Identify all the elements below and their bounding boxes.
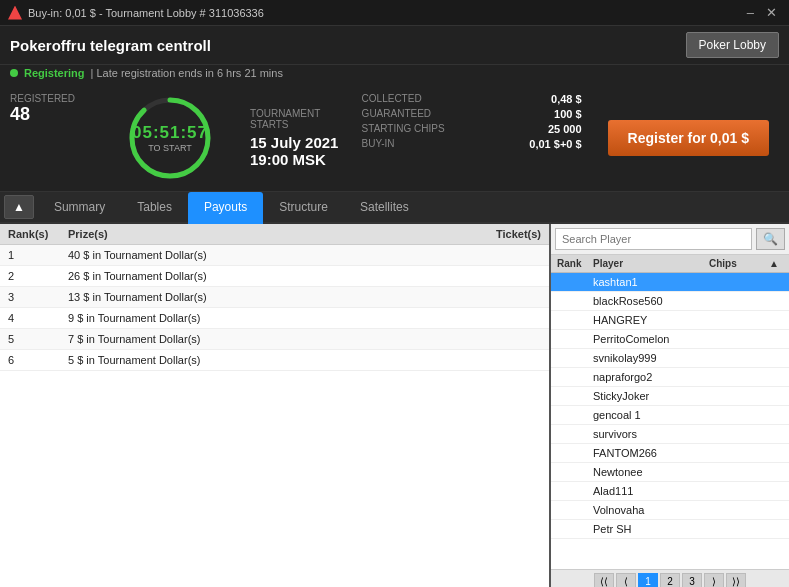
rank-cell: 4 — [8, 312, 68, 324]
tournament-date: 15 July 2021 19:00 MSK — [250, 134, 342, 168]
minimize-button[interactable]: – — [743, 5, 758, 20]
player-name: napraforgo2 — [593, 371, 723, 383]
rank-header: Rank(s) — [8, 228, 68, 240]
starting-chips-label: STARTING CHIPS — [362, 123, 445, 135]
rank-col-header: Rank — [557, 258, 593, 269]
tournament-start: TOURNAMENT STARTS 15 July 2021 19:00 MSK — [250, 108, 342, 168]
rank-cell: 6 — [8, 354, 68, 366]
player-name: svnikolay999 — [593, 352, 723, 364]
player-name: survivors — [593, 428, 723, 440]
ticket-cell — [461, 312, 541, 324]
list-item[interactable]: kashtan1 — [551, 273, 789, 292]
last-page-button[interactable]: ⟩⟩ — [726, 573, 746, 587]
list-item[interactable]: survivors — [551, 425, 789, 444]
player-name: Alad111 — [593, 485, 723, 497]
search-bar: 🔍 — [551, 224, 789, 255]
status-text: | Late registration ends in 6 hrs 21 min… — [91, 67, 283, 79]
table-row: 5 7 $ in Tournament Dollar(s) — [0, 329, 549, 350]
list-item[interactable]: Petr SH — [551, 520, 789, 539]
page-1-button[interactable]: 1 — [638, 573, 658, 587]
tab-payouts[interactable]: Payouts — [188, 192, 263, 224]
registered-info: REGISTERED 48 — [10, 93, 90, 183]
sort-arrow: ▲ — [769, 258, 783, 269]
player-panel: 🔍 Rank Player Chips ▲ kashtan1 blackRose… — [549, 224, 789, 587]
status-dot — [10, 69, 18, 77]
close-button[interactable]: ✕ — [762, 5, 781, 20]
list-item[interactable]: FANTOM266 — [551, 444, 789, 463]
tab-satellites[interactable]: Satellites — [344, 192, 425, 224]
ticket-cell — [461, 291, 541, 303]
prize-cell: 40 $ in Tournament Dollar(s) — [68, 249, 461, 261]
player-col-header: Player — [593, 258, 709, 269]
rank-cell: 5 — [8, 333, 68, 345]
list-item[interactable]: PerritoComelon — [551, 330, 789, 349]
player-name: StickyJoker — [593, 390, 723, 402]
info-middle: TOURNAMENT STARTS 15 July 2021 19:00 MSK — [250, 93, 342, 183]
table-row: 2 26 $ in Tournament Dollar(s) — [0, 266, 549, 287]
tab-summary[interactable]: Summary — [38, 192, 121, 224]
tab-tables[interactable]: Tables — [121, 192, 188, 224]
player-name: PerritoComelon — [593, 333, 723, 345]
info-section: REGISTERED 48 05:51:57 TO START TOURNAME… — [0, 85, 789, 192]
player-name: Petr SH — [593, 523, 723, 535]
ticket-cell — [461, 354, 541, 366]
list-item[interactable]: StickyJoker — [551, 387, 789, 406]
app-name: Pokeroffru telegram centroll — [10, 37, 211, 54]
registered-label: REGISTERED — [10, 93, 90, 104]
chips-col-header: Chips — [709, 258, 769, 269]
prev-page-button[interactable]: ⟨ — [616, 573, 636, 587]
ticket-cell — [461, 249, 541, 261]
search-button[interactable]: 🔍 — [756, 228, 785, 250]
list-item[interactable]: blackRose560 — [551, 292, 789, 311]
guaranteed-label: GUARANTEED — [362, 108, 431, 120]
tabs-bar: ▲ Summary Tables Payouts Structure Satel… — [0, 192, 789, 224]
timer-area: 05:51:57 TO START — [110, 93, 230, 183]
player-name: FANTOM266 — [593, 447, 723, 459]
list-item[interactable]: napraforgo2 — [551, 368, 789, 387]
search-input[interactable] — [555, 228, 752, 250]
prize-cell: 7 $ in Tournament Dollar(s) — [68, 333, 461, 345]
first-page-button[interactable]: ⟨⟨ — [594, 573, 614, 587]
tab-structure[interactable]: Structure — [263, 192, 344, 224]
list-item[interactable]: Alad111 — [551, 482, 789, 501]
player-name: Newtonee — [593, 466, 723, 478]
rank-cell: 1 — [8, 249, 68, 261]
table-row: 3 13 $ in Tournament Dollar(s) — [0, 287, 549, 308]
guaranteed-value: 100 $ — [554, 108, 582, 120]
player-name: HANGREY — [593, 314, 723, 326]
timer-digits: 05:51:57 — [132, 123, 208, 143]
list-item[interactable]: gencoal 1 — [551, 406, 789, 425]
table-row: 1 40 $ in Tournament Dollar(s) — [0, 245, 549, 266]
pagination: ⟨⟨ ⟨ 1 2 3 ⟩ ⟩⟩ — [551, 569, 789, 587]
player-name: gencoal 1 — [593, 409, 723, 421]
list-item[interactable]: svnikolay999 — [551, 349, 789, 368]
next-page-button[interactable]: ⟩ — [704, 573, 724, 587]
register-button[interactable]: Register for 0,01 $ — [608, 120, 769, 156]
player-name: Volnovaha — [593, 504, 723, 516]
list-item[interactable]: Volnovaha — [551, 501, 789, 520]
table-row: 4 9 $ in Tournament Dollar(s) — [0, 308, 549, 329]
timer-ring: 05:51:57 TO START — [125, 93, 215, 183]
list-item[interactable]: HANGREY — [551, 311, 789, 330]
table-row: 6 5 $ in Tournament Dollar(s) — [0, 350, 549, 371]
collapse-button[interactable]: ▲ — [4, 195, 34, 219]
status-bar: Registering | Late registration ends in … — [0, 65, 789, 85]
payouts-header: Rank(s) Prize(s) Ticket(s) — [0, 224, 549, 245]
main-content: Rank(s) Prize(s) Ticket(s) 1 40 $ in Tou… — [0, 224, 789, 587]
rank-cell: 3 — [8, 291, 68, 303]
page-3-button[interactable]: 3 — [682, 573, 702, 587]
ticket-cell — [461, 333, 541, 345]
prize-cell: 26 $ in Tournament Dollar(s) — [68, 270, 461, 282]
rank-cell: 2 — [8, 270, 68, 282]
page-2-button[interactable]: 2 — [660, 573, 680, 587]
prize-cell: 13 $ in Tournament Dollar(s) — [68, 291, 461, 303]
title-text: Buy-in: 0,01 $ - Tournament Lobby # 3110… — [28, 7, 264, 19]
registered-value: 48 — [10, 104, 90, 125]
starting-chips-value: 25 000 — [548, 123, 582, 135]
ticket-header: Ticket(s) — [461, 228, 541, 240]
tournament-stats: COLLECTED 0,48 $ GUARANTEED 100 $ STARTI… — [362, 93, 582, 183]
list-item[interactable]: Newtonee — [551, 463, 789, 482]
poker-lobby-button[interactable]: Poker Lobby — [686, 32, 779, 58]
prize-cell: 5 $ in Tournament Dollar(s) — [68, 354, 461, 366]
prize-cell: 9 $ in Tournament Dollar(s) — [68, 312, 461, 324]
